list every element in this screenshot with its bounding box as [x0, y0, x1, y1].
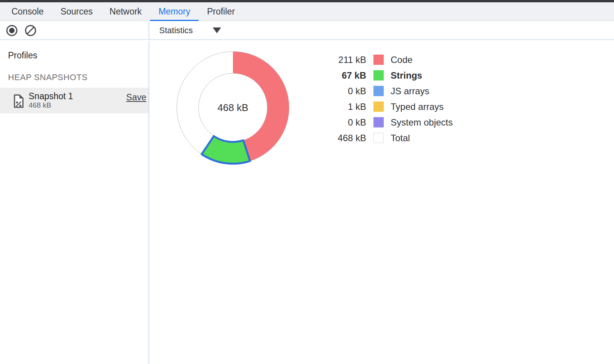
legend-value: 0 kB	[329, 117, 366, 128]
legend-swatch	[373, 70, 384, 81]
tab-network[interactable]: Network	[101, 2, 150, 21]
tab-sources[interactable]: Sources	[52, 2, 101, 21]
legend: 211 kB Code 67 kB Strings 0 kB JS arrays…	[329, 55, 453, 148]
legend-row-strings[interactable]: 67 kB Strings	[329, 70, 453, 81]
legend-label: Code	[391, 55, 412, 65]
statistics-panel: 468 kB 211 kB Code 67 kB Strings 0 kB JS…	[150, 41, 614, 364]
legend-row-code[interactable]: 211 kB Code	[329, 55, 453, 65]
legend-swatch	[373, 86, 384, 96]
legend-label: Strings	[391, 70, 422, 81]
donut-segment-strings[interactable]	[202, 136, 250, 164]
legend-value: 1 kB	[329, 101, 366, 112]
record-heap-snapshot-button[interactable]	[6, 24, 18, 37]
legend-row-total[interactable]: 468 kB Total	[329, 133, 453, 143]
toolbar: Statistics	[0, 21, 614, 40]
legend-label: System objects	[391, 117, 453, 128]
perspective-dropdown[interactable]: Statistics	[159, 26, 221, 35]
legend-value: 468 kB	[329, 133, 366, 143]
heap-donut: 468 kB	[171, 46, 294, 169]
legend-swatch	[373, 101, 384, 112]
legend-swatch	[373, 117, 384, 127]
legend-row-js-arrays[interactable]: 0 kB JS arrays	[329, 86, 453, 96]
legend-value: 211 kB	[329, 55, 366, 65]
devtools-window: ConsoleSourcesNetworkMemoryProfiler Stat…	[0, 0, 614, 364]
save-link[interactable]: Save	[126, 92, 146, 103]
legend-row-typed-arrays[interactable]: 1 kB Typed arrays	[329, 101, 453, 112]
tab-memory[interactable]: Memory	[150, 2, 199, 21]
legend-swatch	[373, 55, 384, 65]
toolbar-left-section	[0, 21, 149, 39]
legend-value: 67 kB	[329, 70, 366, 81]
perspective-dropdown-label: Statistics	[159, 26, 193, 35]
profiles-heading: Profiles	[8, 50, 149, 60]
donut-center-label: 468 kB	[218, 102, 249, 113]
clear-icon	[24, 24, 37, 37]
tab-bar: ConsoleSourcesNetworkMemoryProfiler	[0, 2, 614, 21]
chevron-down-icon	[213, 27, 221, 33]
toolbar-main-section: Statistics	[149, 21, 614, 39]
legend-swatch	[373, 133, 384, 143]
profiles-sidebar: Profiles HEAP SNAPSHOTS Snapshot 1 468 k…	[0, 41, 149, 364]
tab-profiler[interactable]: Profiler	[199, 2, 243, 21]
legend-value: 0 kB	[329, 86, 366, 97]
legend-row-system-objects[interactable]: 0 kB System objects	[329, 117, 453, 127]
record-icon	[6, 24, 18, 37]
heap-snapshot-document-icon	[13, 94, 24, 108]
snapshot-size: 468 kB	[29, 101, 73, 110]
legend-label: JS arrays	[391, 86, 429, 97]
snapshot-text: Snapshot 1 468 kB	[29, 92, 73, 110]
snapshot-title: Snapshot 1	[29, 92, 73, 101]
tab-console[interactable]: Console	[3, 2, 52, 21]
legend-label: Typed arrays	[391, 101, 444, 112]
heap-snapshots-section-heading: HEAP SNAPSHOTS	[8, 72, 149, 82]
sidebar-item-snapshot-1[interactable]: Snapshot 1 468 kB Save	[0, 88, 149, 113]
legend-label: Total	[391, 133, 410, 143]
clear-profiles-button[interactable]	[24, 24, 37, 37]
